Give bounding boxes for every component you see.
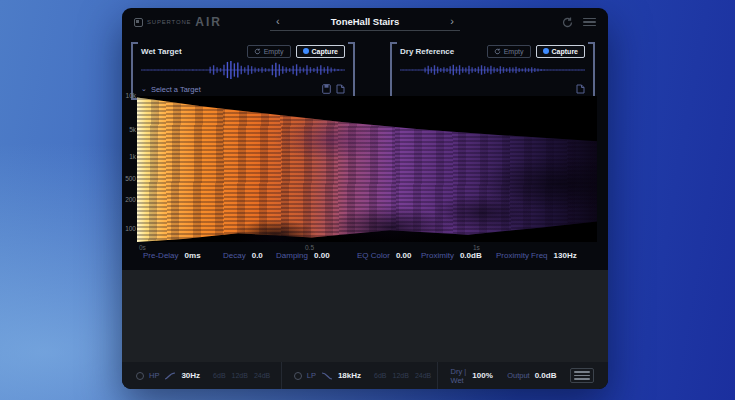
freq-axis-label: 5k: [125, 126, 136, 133]
header-bar: SUPERTONE AIR ‹ ToneHall Stairs ›: [122, 8, 608, 36]
chevron-down-icon: ⌄: [141, 85, 147, 93]
highpass-section: HP 30Hz 6dB 12dB 24dB: [122, 362, 281, 389]
export-file-icon[interactable]: [336, 84, 345, 94]
freq-axis-label: 100: [125, 225, 136, 232]
empty-reset-icon: [494, 48, 501, 55]
footer-bar: HP 30Hz 6dB 12dB 24dB LP 18kHz: [122, 362, 608, 389]
preset-next-button[interactable]: ›: [450, 16, 454, 27]
export-file-icon[interactable]: [576, 84, 585, 94]
wet-waveform-display: [141, 59, 345, 81]
dry-reference-title: Dry Reference: [400, 47, 454, 56]
dry-reference-section: Dry Reference Empty Capture: [390, 42, 595, 100]
wet-target-title: Wet Target: [141, 47, 182, 56]
lp-slope-option[interactable]: 12dB: [393, 372, 409, 379]
drywet-value[interactable]: 100%: [472, 371, 492, 380]
drywet-label: Dry | Wet: [450, 367, 467, 385]
preset-selector[interactable]: ‹ ToneHall Stairs ›: [270, 12, 460, 31]
param-proximity[interactable]: Proximity 0.0dB: [421, 251, 482, 260]
supertone-logo-icon: [134, 18, 143, 27]
brand-small-text: SUPERTONE: [147, 19, 191, 25]
io-routing-icon[interactable]: [570, 368, 594, 383]
plugin-window: SUPERTONE AIR ‹ ToneHall Stairs ›: [122, 8, 608, 389]
wet-empty-button[interactable]: Empty: [247, 45, 291, 58]
param-decay[interactable]: Decay 0.0: [223, 251, 263, 260]
dry-waveform-display: [400, 59, 585, 81]
bracket-right: [588, 42, 595, 100]
lowpass-section: LP 18kHz 6dB 12dB 24dB: [281, 362, 438, 389]
menu-icon[interactable]: [583, 16, 596, 29]
freq-axis-label: 200: [125, 196, 136, 203]
hp-slope-option[interactable]: 24dB: [254, 372, 270, 379]
hp-freq-value[interactable]: 30Hz: [181, 371, 200, 380]
preset-prev-button[interactable]: ‹: [276, 16, 280, 27]
brand-big-text: AIR: [195, 15, 222, 29]
hp-toggle[interactable]: [136, 372, 144, 380]
time-axis-label: 0s: [139, 244, 146, 251]
lp-slope-option[interactable]: 24dB: [415, 372, 431, 379]
wet-target-section: Wet Target Empty Capture: [131, 42, 355, 100]
bracket-right: [348, 42, 355, 100]
time-axis-label: 1s: [473, 244, 480, 251]
freq-axis-label: 1k: [125, 153, 136, 160]
hp-slope-option[interactable]: 12dB: [232, 372, 248, 379]
lp-freq-value[interactable]: 18kHz: [338, 371, 361, 380]
param-damping[interactable]: Damping 0.00: [276, 251, 330, 260]
spectrogram-display: [137, 96, 597, 242]
dry-empty-button[interactable]: Empty: [487, 45, 531, 58]
wet-capture-button[interactable]: Capture: [296, 45, 345, 58]
dry-capture-button[interactable]: Capture: [536, 45, 585, 58]
record-dot-icon: [543, 48, 549, 54]
preset-name[interactable]: ToneHall Stairs: [331, 16, 399, 27]
empty-reset-icon: [254, 48, 261, 55]
lp-slope-option[interactable]: 6dB: [374, 372, 386, 379]
hp-slope-option[interactable]: 6dB: [213, 372, 225, 379]
mix-section: Dry | Wet 100% Output 0.0dB: [437, 362, 556, 389]
save-icon[interactable]: [322, 84, 331, 94]
output-value[interactable]: 0.0dB: [535, 371, 557, 380]
freq-axis-label: 10k: [125, 92, 136, 99]
highpass-curve-icon: [164, 371, 176, 380]
undo-history-icon[interactable]: [561, 16, 574, 29]
lowpass-curve-icon: [321, 371, 333, 380]
param-proximity-freq[interactable]: Proximity Freq 130Hz: [496, 251, 577, 260]
param-eq-color[interactable]: EQ Color 0.00: [357, 251, 411, 260]
lp-toggle[interactable]: [294, 372, 302, 380]
desktop-background: SUPERTONE AIR ‹ ToneHall Stairs ›: [0, 0, 735, 400]
select-target-dropdown[interactable]: ⌄ Select a Target: [141, 85, 201, 94]
lp-label: LP: [307, 371, 316, 380]
mixer-panel: S S S Direct Early Late: [122, 270, 608, 362]
bracket-left: [390, 42, 397, 100]
freq-axis-label: 500: [125, 175, 136, 182]
time-axis-label: 0.5: [305, 244, 314, 251]
brand-logo: SUPERTONE AIR: [134, 15, 222, 29]
param-pre-delay[interactable]: Pre-Delay 0ms: [143, 251, 201, 260]
output-label: Output: [507, 371, 530, 380]
record-dot-icon: [303, 48, 309, 54]
hp-label: HP: [149, 371, 159, 380]
